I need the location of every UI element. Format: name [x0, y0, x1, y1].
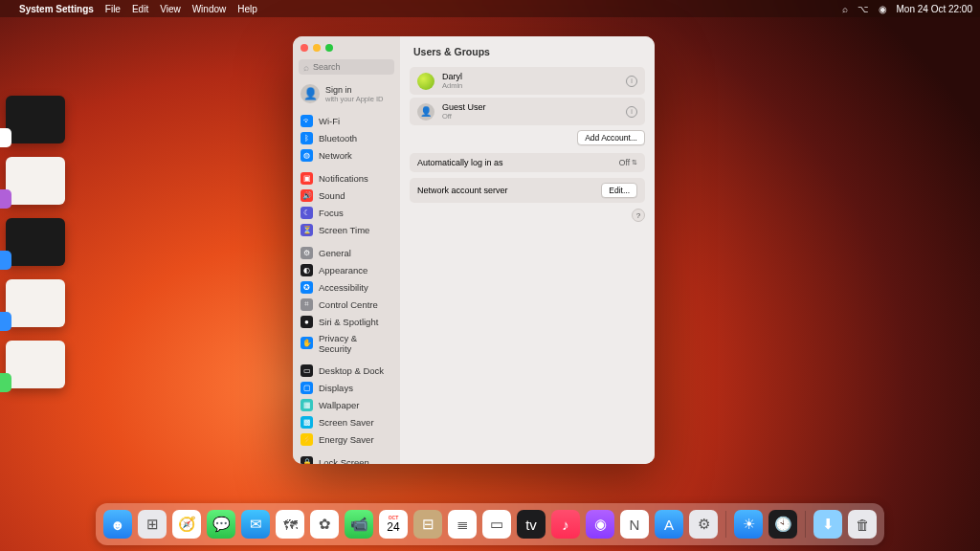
stage-thumb-5[interactable] [6, 341, 65, 388]
sidebar-item-wi-fi[interactable]: ᯤWi-Fi [293, 112, 400, 129]
dock: ☻⊞🧭💬✉🗺✿📹OCT24⊟≣▭tv♪◉NA⚙☀🕙⬇🗑 [96, 503, 884, 545]
dock-trash-icon[interactable]: 🗑 [848, 510, 877, 539]
edit-network-server-button[interactable]: Edit... [601, 183, 637, 198]
info-icon[interactable]: i [626, 106, 637, 118]
sidebar-item-screen-time[interactable]: ⏳Screen Time [293, 221, 400, 238]
sidebar-item-label: Sound [319, 190, 345, 201]
clock[interactable]: Mon 24 Oct 22:00 [897, 4, 973, 14]
dock-finder-icon[interactable]: ☻ [103, 510, 132, 539]
snd-icon: 🔊 [301, 189, 313, 202]
sidebar-item-desktop-dock[interactable]: ▭Desktop & Dock [293, 362, 400, 379]
sidebar-item-label: Accessibility [319, 282, 368, 293]
sidebar-item-label: Focus [319, 208, 344, 218]
dock-notes-icon[interactable]: ▭ [482, 510, 511, 539]
dock-podcasts-icon[interactable]: ◉ [586, 510, 614, 539]
sidebar-item-siri-spotlight[interactable]: ●Siri & Spotlight [293, 313, 400, 330]
dock-tv-icon[interactable]: tv [517, 510, 546, 539]
person-icon: 👤 [301, 84, 320, 103]
menu-file[interactable]: File [105, 4, 121, 14]
sidebar-item-appearance[interactable]: ◐Appearance [293, 261, 400, 278]
search-icon: ⌕ [303, 62, 309, 73]
system-settings-window: ⌕ 👤 Sign in with your Apple ID ᯤWi-FiᛒBl… [293, 36, 655, 464]
sign-in-title: Sign in [325, 85, 383, 95]
settings-sidebar: ⌕ 👤 Sign in with your Apple ID ᯤWi-FiᛒBl… [293, 36, 400, 464]
sidebar-item-bluetooth[interactable]: ᛒBluetooth [293, 129, 400, 146]
close-button[interactable] [301, 44, 308, 52]
app-menu[interactable]: System Settings [19, 4, 94, 14]
appr-icon: ◐ [301, 264, 313, 276]
menu-view[interactable]: View [160, 4, 181, 14]
add-account-button[interactable]: Add Account... [577, 130, 645, 145]
sidebar-item-label: Notifications [319, 173, 368, 184]
moon-icon: ☾ [301, 207, 313, 219]
stage-manager [6, 96, 65, 402]
zoom-button[interactable] [325, 44, 333, 52]
sign-in-sub: with your Apple ID [325, 95, 383, 103]
auto-login-row[interactable]: Automatically log in as Off ⇅ [410, 153, 645, 172]
dock-calendar-icon[interactable]: OCT24 [379, 510, 408, 539]
info-icon[interactable]: i [626, 76, 637, 87]
dock-maps-icon[interactable]: 🗺 [276, 510, 304, 539]
sidebar-item-label: Wi-Fi [319, 116, 340, 126]
user-subtitle: Admin [442, 81, 462, 90]
siri-icon[interactable]: ◉ [879, 4, 887, 14]
menu-help[interactable]: Help [237, 4, 257, 14]
control-centre-icon[interactable]: ⌥ [858, 4, 869, 14]
stage-thumb-1[interactable] [6, 96, 65, 143]
sidebar-item-accessibility[interactable]: ✪Accessibility [293, 278, 400, 296]
sidebar-item-lock-screen[interactable]: 🔒Lock Screen [293, 453, 400, 464]
stage-thumb-3[interactable] [6, 218, 65, 266]
dock-clock-icon[interactable]: 🕙 [768, 510, 797, 539]
sidebar-item-label: General [319, 248, 351, 258]
help-button[interactable]: ? [632, 209, 645, 222]
dock-facetime-icon[interactable]: 📹 [345, 510, 373, 539]
dock-mail-icon[interactable]: ✉ [241, 510, 270, 539]
sidebar-item-focus[interactable]: ☾Focus [293, 204, 400, 221]
minimize-button[interactable] [313, 44, 321, 52]
sidebar-item-notifications[interactable]: ▣Notifications [293, 169, 400, 187]
sidebar-item-control-centre[interactable]: ⌗Control Centre [293, 296, 400, 313]
sidebar-search[interactable]: ⌕ [299, 59, 394, 75]
dock-separator [805, 511, 806, 538]
net-icon: ◍ [301, 149, 313, 162]
disp-icon: ▢ [301, 382, 313, 394]
dock-appstore-icon[interactable]: A [655, 510, 683, 539]
stage-thumb-4[interactable] [6, 279, 65, 327]
sidebar-item-wallpaper[interactable]: ▦Wallpaper [293, 396, 400, 413]
avatar [417, 73, 434, 90]
dock-reminders-icon[interactable]: ≣ [448, 510, 477, 539]
sidebar-item-sound[interactable]: 🔊Sound [293, 187, 400, 204]
dock-messages-icon[interactable]: 💬 [207, 510, 235, 539]
dock-contacts-icon[interactable]: ⊟ [413, 510, 442, 539]
network-server-label: Network account server [417, 186, 508, 195]
lock-icon: 🔒 [301, 456, 313, 465]
dock-music-icon[interactable]: ♪ [551, 510, 580, 539]
sidebar-item-general[interactable]: ⚙General [293, 244, 400, 261]
acc-icon: ✪ [301, 281, 313, 294]
user-row[interactable]: DarylAdmini [410, 67, 645, 95]
spotlight-icon[interactable]: ⌕ [842, 4, 848, 14]
user-name: Guest User [442, 102, 486, 112]
sidebar-item-energy-saver[interactable]: ⚡Energy Saver [293, 430, 400, 448]
sidebar-item-network[interactable]: ◍Network [293, 146, 400, 164]
sidebar-item-displays[interactable]: ▢Displays [293, 379, 400, 396]
dock-downloads-icon[interactable]: ⬇ [813, 510, 842, 539]
dock-photos-icon[interactable]: ✿ [310, 510, 339, 539]
dock-news-icon[interactable]: N [620, 510, 649, 539]
dock-launchpad-icon[interactable]: ⊞ [138, 510, 167, 539]
sidebar-item-screen-saver[interactable]: ▩Screen Saver [293, 413, 400, 430]
menu-edit[interactable]: Edit [132, 4, 148, 14]
sign-in-row[interactable]: 👤 Sign in with your Apple ID [293, 78, 400, 109]
sidebar-item-label: Lock Screen [319, 457, 369, 465]
network-server-row: Network account server Edit... [410, 178, 645, 203]
sidebar-item-privacy-security[interactable]: ✋Privacy & Security [293, 330, 400, 356]
dock-weather-icon[interactable]: ☀ [734, 510, 763, 539]
stage-thumb-2[interactable] [6, 157, 65, 205]
dock-safari-icon[interactable]: 🧭 [172, 510, 201, 539]
chevron-updown-icon: ⇅ [632, 159, 637, 166]
search-input[interactable] [313, 62, 390, 72]
user-row[interactable]: 👤Guest UserOffi [410, 98, 645, 125]
dock-settings-icon[interactable]: ⚙ [689, 510, 718, 539]
sidebar-item-label: Appearance [319, 265, 368, 276]
menu-window[interactable]: Window [192, 4, 227, 14]
